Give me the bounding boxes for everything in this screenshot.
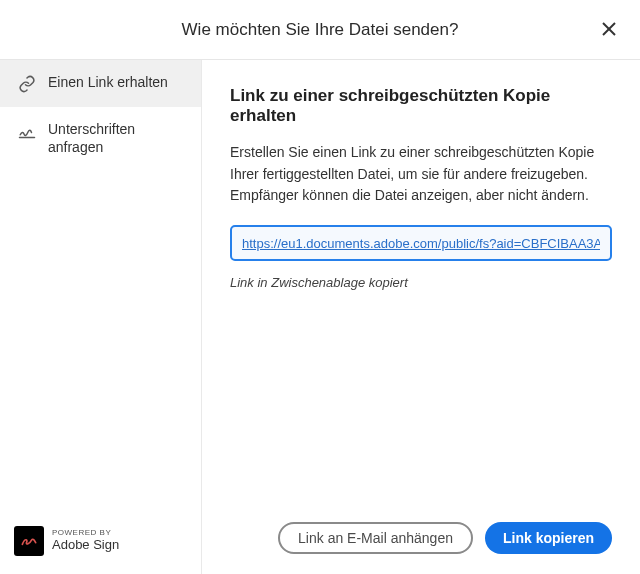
signature-icon — [18, 122, 36, 140]
adobe-sign-icon — [19, 531, 39, 551]
svg-rect-3 — [19, 531, 39, 551]
dialog-header: Wie möchten Sie Ihre Datei senden? — [0, 0, 640, 60]
main-panel: Link zu einer schreibgeschützten Kopie e… — [202, 60, 640, 574]
sidebar-item-request-signatures[interactable]: Unterschriften anfragen — [0, 107, 201, 170]
copied-status: Link in Zwischenablage kopiert — [230, 275, 612, 290]
powered-brand: Adobe Sign — [52, 538, 119, 552]
link-icon — [18, 75, 36, 93]
main-spacer — [230, 290, 612, 522]
sidebar-spacer — [0, 170, 201, 514]
powered-text: POWERED BY Adobe Sign — [52, 529, 119, 552]
footer-buttons: Link an E-Mail anhängen Link kopieren — [230, 522, 612, 554]
dialog-title: Wie möchten Sie Ihre Datei senden? — [182, 20, 459, 40]
powered-by: POWERED BY Adobe Sign — [0, 514, 201, 574]
sidebar-item-label: Einen Link erhalten — [48, 74, 168, 92]
adobe-sign-badge — [14, 526, 44, 556]
sidebar: Einen Link erhalten Unterschriften anfra… — [0, 60, 202, 574]
close-icon — [601, 21, 617, 37]
dialog-body: Einen Link erhalten Unterschriften anfra… — [0, 60, 640, 574]
sidebar-item-get-link[interactable]: Einen Link erhalten — [0, 60, 201, 107]
sidebar-item-label: Unterschriften anfragen — [48, 121, 187, 156]
attach-email-button[interactable]: Link an E-Mail anhängen — [278, 522, 473, 554]
copy-link-button[interactable]: Link kopieren — [485, 522, 612, 554]
panel-description: Erstellen Sie einen Link zu einer schrei… — [230, 142, 612, 207]
panel-heading: Link zu einer schreibgeschützten Kopie e… — [230, 86, 612, 126]
close-button[interactable] — [598, 18, 620, 40]
share-link-input[interactable] — [230, 225, 612, 261]
send-file-dialog: Wie möchten Sie Ihre Datei senden? Einen… — [0, 0, 640, 574]
